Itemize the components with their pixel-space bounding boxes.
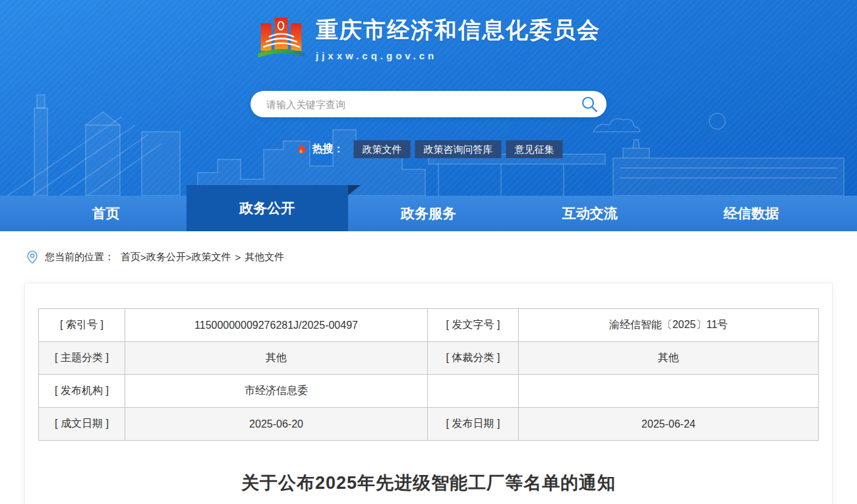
table-row: [ 索引号 ] 11500000009276281J/2025-00497 [ …: [39, 309, 819, 342]
nav-item-interaction[interactable]: 互动交流: [509, 196, 670, 231]
meta-value-written-date: 2025-06-20: [125, 408, 428, 441]
site-header: 重庆市经济和信息化委员会 jjxxw.cq.gov.cn 热搜： 政策文件 政策…: [0, 0, 857, 196]
nav-item-gov-services[interactable]: 政务服务: [348, 196, 510, 231]
meta-label-written-date: [ 成文日期 ]: [39, 408, 125, 441]
hot-search-row: 热搜： 政策文件 政策咨询问答库 意见征集: [295, 140, 563, 158]
site-logo-icon: [256, 13, 307, 63]
hot-search-policy-qa[interactable]: 政策咨询问答库: [415, 140, 502, 158]
search-icon: [580, 95, 599, 113]
table-row: [ 主题分类 ] 其他 [ 体裁分类 ] 其他: [39, 342, 819, 375]
content-card: [ 索引号 ] 11500000009276281J/2025-00497 [ …: [24, 283, 833, 504]
breadcrumb-prefix: 您当前的位置：: [45, 251, 114, 264]
doc-meta-table: [ 索引号 ] 11500000009276281J/2025-00497 [ …: [38, 308, 819, 441]
site-brand-text: 重庆市经济和信息化委员会 jjxxw.cq.gov.cn: [316, 15, 601, 61]
meta-label-empty: [428, 375, 519, 408]
site-brand: 重庆市经济和信息化委员会 jjxxw.cq.gov.cn: [0, 13, 857, 63]
meta-value-topic-category: 其他: [125, 342, 428, 375]
nav-item-gov-info[interactable]: 政务公开: [187, 185, 348, 231]
meta-label-doc-number: [ 发文字号 ]: [428, 309, 519, 342]
doc-title: 关于公布2025年先进级智能工厂等名单的通知: [25, 471, 832, 495]
meta-value-genre-category: 其他: [519, 342, 819, 375]
site-url: jjxxw.cq.gov.cn: [316, 50, 601, 61]
meta-label-publisher: [ 发布机构 ]: [39, 375, 125, 408]
hot-search-policy-files[interactable]: 政策文件: [354, 140, 411, 158]
search-bar: [251, 91, 606, 117]
breadcrumb-home[interactable]: 首页: [121, 251, 140, 264]
flame-icon: [295, 142, 308, 157]
hot-search-label: 热搜：: [312, 142, 344, 156]
meta-value-doc-number: 渝经信智能〔2025〕11号: [519, 309, 819, 342]
search-button[interactable]: [580, 95, 599, 113]
breadcrumb-separator: >: [186, 252, 192, 263]
breadcrumb-separator: >: [235, 252, 241, 263]
location-pin-icon: [25, 250, 40, 264]
meta-value-publisher: 市经济信息委: [125, 375, 428, 408]
main-nav: 首页 政务公开 政务服务 互动交流 经信数据: [0, 196, 857, 231]
meta-label-genre-category: [ 体裁分类 ]: [428, 342, 519, 375]
meta-label-index-number: [ 索引号 ]: [39, 309, 125, 342]
site-title: 重庆市经济和信息化委员会: [316, 15, 601, 45]
breadcrumb-separator: >: [140, 252, 146, 263]
breadcrumb-other-files[interactable]: 其他文件: [245, 251, 284, 264]
table-row: [ 成文日期 ] 2025-06-20 [ 发布日期 ] 2025-06-24: [39, 408, 819, 441]
search-input[interactable]: [251, 91, 606, 117]
breadcrumb-gov-info[interactable]: 政务公开: [146, 251, 186, 264]
table-row: [ 发布机构 ] 市经济信息委: [39, 375, 819, 408]
nav-item-home[interactable]: 首页: [25, 196, 187, 231]
meta-label-topic-category: [ 主题分类 ]: [39, 342, 125, 375]
meta-label-publish-date: [ 发布日期 ]: [428, 408, 519, 441]
breadcrumb-policy-files[interactable]: 政策文件: [192, 251, 231, 264]
meta-value-empty: [519, 375, 819, 408]
hot-search-opinion[interactable]: 意见征集: [506, 140, 563, 158]
meta-value-publish-date: 2025-06-24: [519, 408, 819, 441]
nav-item-data[interactable]: 经信数据: [670, 196, 832, 231]
breadcrumb: 您当前的位置： 首页 > 政务公开 > 政策文件 > 其他文件: [0, 231, 857, 283]
meta-value-index-number: 11500000009276281J/2025-00497: [125, 309, 428, 342]
